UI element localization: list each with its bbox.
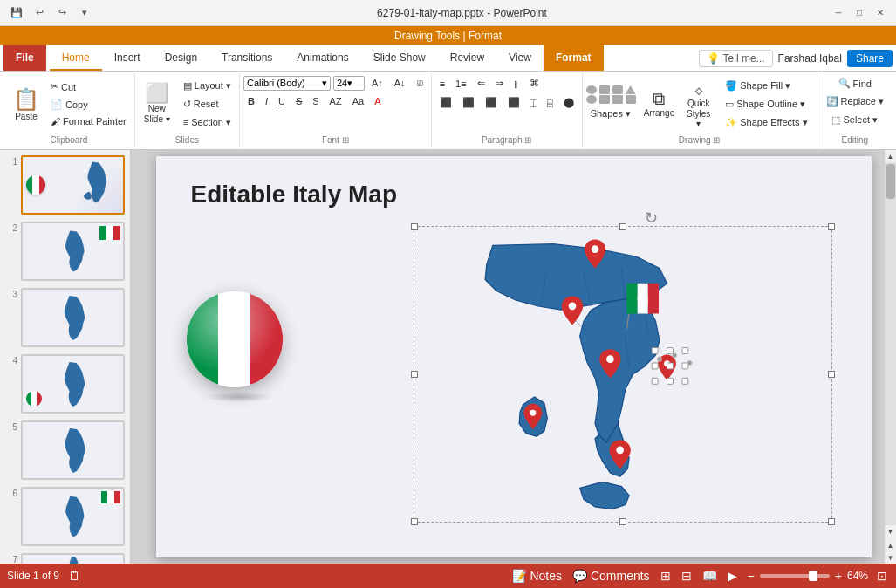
reset-button[interactable]: ↺ Reset [179,96,236,113]
arrange-button[interactable]: ⧉ Arrange [641,86,678,121]
close-button[interactable]: ✕ [872,5,889,21]
slide-thumbnail-4[interactable]: 4 [3,352,127,415]
tab-slideshow[interactable]: Slide Show [361,45,438,71]
zoom-out-button[interactable]: − [746,567,756,585]
increase-font-button[interactable]: A↑ [367,75,387,91]
shape-fill-button[interactable]: 🪣 Shape Fill ▾ [720,78,812,94]
notes-button[interactable]: 📝 Notes [510,567,564,585]
format-painter-button[interactable]: 🖌 Format Painter [46,113,131,129]
save-button[interactable]: 💾 [7,3,26,23]
tab-file[interactable]: File [3,45,46,71]
shape-outline-button[interactable]: ▭ Shape Outline ▾ [720,96,812,113]
window-title: 6279-01-italy-map.pptx - PowerPoint [94,7,830,19]
tab-view[interactable]: View [496,45,544,71]
reading-view-button[interactable]: 📖 [701,567,719,585]
slide-thumbnail-7[interactable]: 7 [3,551,127,564]
clear-format-button[interactable]: ⎚ [413,75,427,91]
shape-effects-button[interactable]: ✨ Shape Effects ▾ [720,114,812,131]
find-button[interactable]: 🔍 Find [833,75,877,92]
handle-tm[interactable] [619,223,626,230]
paste-button[interactable]: 📋 Paste [7,84,45,125]
slide-thumbnail-5[interactable]: 5 [3,419,127,482]
add-note-button[interactable]: 🗒 [66,567,82,585]
normal-view-button[interactable]: ⊞ [659,567,673,585]
tell-me-box[interactable]: 💡 Tell me... [699,50,773,67]
tab-review[interactable]: Review [438,45,496,71]
tab-animations[interactable]: Animations [284,45,360,71]
tab-design[interactable]: Design [153,45,209,71]
comments-button[interactable]: 💬 Comments [571,567,652,585]
handle-bm[interactable] [619,518,626,525]
scroll-thumb[interactable] [886,164,895,199]
increase-indent-button[interactable]: ⇒ [491,75,508,92]
char-spacing-button[interactable]: AZ [325,93,346,109]
slideshow-button[interactable]: ▶ [726,567,739,585]
new-slide-icon: ⬜ [145,84,168,103]
scroll-down-arrow2[interactable]: ▼ [885,551,897,564]
justify-button[interactable]: ⬛ [503,94,524,111]
zoom-in-button[interactable]: + [833,567,844,585]
minimize-button[interactable]: ─ [830,5,847,21]
tab-home[interactable]: Home [50,45,102,71]
align-text-button[interactable]: ⌸ [543,94,557,111]
zoom-slider[interactable] [760,574,830,578]
handle-tl[interactable] [411,223,418,230]
strikethrough-button[interactable]: S [291,93,306,109]
new-slide-button[interactable]: ⬜ New Slide ▾ [139,80,175,127]
italic-button[interactable]: I [261,93,272,109]
rotate-handle[interactable]: ↻ [645,209,658,228]
slide-thumbnail-1[interactable]: 1 [3,154,127,216]
smartart-button[interactable]: ⌘ [525,75,544,92]
font-size-box[interactable]: 24 ▾ [333,76,365,91]
tab-insert[interactable]: Insert [102,45,153,71]
slide-thumbnail-6[interactable]: 6 [3,485,127,548]
tab-format[interactable]: Format [544,45,604,71]
handle-br[interactable] [828,518,835,525]
maximize-button[interactable]: □ [851,5,868,21]
font-color-button[interactable]: A [370,93,385,109]
fit-slide-button[interactable]: ⊡ [875,567,889,585]
redo-button[interactable]: ↪ [52,3,72,23]
underline-button[interactable]: U [274,93,290,109]
slide-img-5 [21,420,125,480]
vertical-scrollbar: ▲ ▼ ▲ ▼ [884,150,896,564]
customize-qa-button[interactable]: ▾ [75,3,94,23]
align-right-button[interactable]: ⬛ [481,94,502,111]
svg-point-6 [591,245,598,253]
shadow-button[interactable]: S [308,93,323,109]
select-button[interactable]: ⬚ Select ▾ [826,112,883,128]
change-case-button[interactable]: Aa [348,93,368,109]
share-button[interactable]: Share [847,50,893,67]
align-center-button[interactable]: ⬛ [458,94,479,111]
handle-mr[interactable] [828,371,835,378]
numbering-button[interactable]: 1≡ [451,75,471,92]
replace-button[interactable]: 🔄 Replace ▾ [821,93,889,110]
scroll-down-arrow[interactable]: ▼ [885,525,897,537]
columns-button[interactable]: ⫿ [510,75,523,92]
bullets-button[interactable]: ≡ [435,75,449,92]
quick-styles-button[interactable]: ⬦ Quick Styles ▾ [681,77,716,132]
text-direction-button[interactable]: ⌶ [526,94,541,111]
align-left-button[interactable]: ⬛ [435,94,456,111]
zoom-slider-thumb[interactable] [809,571,817,581]
slide-thumbnail-3[interactable]: 3 [3,286,127,349]
section-button[interactable]: ≡ Section ▾ [179,114,236,131]
slide-sorter-button[interactable]: ⊟ [680,567,694,585]
handle-bl[interactable] [411,518,418,525]
shapes-dropdown[interactable]: Shapes ▾ [586,106,638,122]
slide-thumbnail-2[interactable]: 2 [3,220,127,283]
handle-tr[interactable] [828,223,835,230]
layout-button[interactable]: ▤ Layout ▾ [179,78,236,94]
handle-ml[interactable] [411,371,418,378]
font-name-selector[interactable]: Calibri (Body) ▾ [243,76,331,91]
cut-button[interactable]: ✂ Cut [46,79,131,95]
bold-button[interactable]: B [243,93,259,109]
copy-button[interactable]: 📄 Copy [46,96,131,113]
tab-transitions[interactable]: Transitions [209,45,284,71]
convert-to-smartart-button[interactable]: ⬤ [559,94,578,111]
scroll-up-arrow[interactable]: ▲ [885,150,897,162]
decrease-indent-button[interactable]: ⇐ [473,75,489,92]
decrease-font-button[interactable]: A↓ [390,75,410,91]
scroll-up-arrow2[interactable]: ▲ [885,539,897,551]
undo-button[interactable]: ↩ [30,3,49,23]
